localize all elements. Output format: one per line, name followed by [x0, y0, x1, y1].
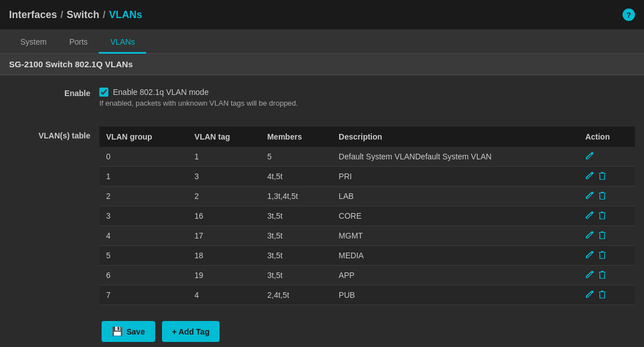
breadcrumb-sep1: / [60, 9, 63, 21]
vlan-table-wrap: VLAN group VLAN tag Members Description … [99, 127, 635, 305]
breadcrumb-interfaces[interactable]: Interfaces [9, 9, 57, 21]
help-icon[interactable]: ? [623, 8, 635, 21]
cell-1-row-5: 18 [188, 246, 261, 266]
delete-icon[interactable] [598, 251, 607, 260]
table-row: 4173t,5tMGMT [99, 226, 635, 246]
cell-2-row-7: 2,4t,5t [260, 285, 332, 305]
edit-icon[interactable] [585, 192, 594, 201]
section-header: SG-2100 Switch 802.1Q VLANs [0, 54, 644, 75]
edit-icon[interactable] [585, 271, 594, 280]
cell-3-row-0: Default System VLANDefault System VLAN [332, 147, 579, 167]
add-tag-button[interactable]: + Add Tag [162, 321, 220, 342]
delete-icon[interactable] [598, 231, 607, 240]
action-icons [585, 192, 628, 201]
delete-icon[interactable] [598, 211, 607, 220]
cell-3-row-5: MEDIA [332, 246, 579, 266]
table-row: 134t,5tPRI [99, 167, 635, 186]
main-content: SG-2100 Switch 802.1Q VLANs Enable Enabl… [0, 54, 644, 347]
cell-3-row-6: APP [332, 266, 579, 285]
action-icons [585, 172, 628, 181]
enable-label: Enable [9, 88, 99, 98]
vlan-table-label: VLAN(s) table [9, 127, 99, 140]
save-button[interactable]: 💾 Save [102, 321, 155, 342]
edit-icon[interactable] [585, 152, 594, 161]
checkbox-label: Enable 802.1q VLAN mode [113, 88, 209, 97]
vlan-table: VLAN group VLAN tag Members Description … [99, 127, 635, 305]
table-row: 6193t,5tAPP [99, 266, 635, 285]
cell-3-row-4: MGMT [332, 226, 579, 246]
col-members: Members [260, 127, 332, 147]
tab-ports[interactable]: Ports [58, 29, 99, 54]
cell-0-row-5: 5 [99, 246, 188, 266]
action-cell-row-5 [579, 246, 635, 266]
tab-system[interactable]: System [9, 29, 58, 54]
cell-0-row-6: 6 [99, 266, 188, 285]
col-vlan-group: VLAN group [99, 127, 188, 147]
add-tag-label: + Add Tag [172, 327, 210, 336]
cell-1-row-0: 1 [188, 147, 261, 167]
enable-control: Enable 802.1q VLAN mode If enabled, pack… [99, 88, 635, 107]
bottom-buttons: 💾 Save + Add Tag [0, 312, 644, 347]
action-cell-row-6 [579, 266, 635, 285]
cell-0-row-1: 1 [99, 167, 188, 186]
action-icons [585, 152, 628, 161]
cell-2-row-4: 3t,5t [260, 226, 332, 246]
cell-1-row-7: 4 [188, 285, 261, 305]
cell-3-row-1: PRI [332, 167, 579, 186]
edit-icon[interactable] [585, 231, 594, 240]
delete-icon[interactable] [598, 172, 607, 181]
enable-section: Enable Enable 802.1q VLAN mode If enable… [0, 75, 644, 120]
breadcrumb-vlans: VLANs [109, 9, 142, 21]
cell-3-row-7: PUB [332, 285, 579, 305]
edit-icon[interactable] [585, 251, 594, 260]
action-icons [585, 211, 628, 220]
cell-1-row-4: 17 [188, 226, 261, 246]
table-row: 742,4t,5tPUB [99, 285, 635, 305]
table-row: 221,3t,4t,5tLAB [99, 186, 635, 206]
cell-2-row-5: 3t,5t [260, 246, 332, 266]
top-bar: Interfaces / Switch / VLANs ? [0, 0, 644, 29]
action-cell-row-4 [579, 226, 635, 246]
cell-2-row-1: 4t,5t [260, 167, 332, 186]
table-row: 015Default System VLANDefault System VLA… [99, 147, 635, 167]
action-cell-row-2 [579, 186, 635, 206]
breadcrumb-sep2: / [103, 9, 106, 21]
col-action: Action [579, 127, 635, 147]
cell-2-row-0: 5 [260, 147, 332, 167]
tabs-bar: System Ports VLANs [0, 29, 644, 54]
edit-icon[interactable] [585, 211, 594, 220]
enable-hint: If enabled, packets with unknown VLAN ta… [99, 99, 635, 107]
cell-2-row-3: 3t,5t [260, 206, 332, 226]
action-cell-row-3 [579, 206, 635, 226]
cell-1-row-1: 3 [188, 167, 261, 186]
breadcrumb: Interfaces / Switch / VLANs [9, 9, 142, 21]
save-label: Save [126, 327, 145, 336]
breadcrumb-switch[interactable]: Switch [67, 9, 99, 21]
action-icons [585, 231, 628, 240]
cell-3-row-2: LAB [332, 186, 579, 206]
cell-2-row-2: 1,3t,4t,5t [260, 186, 332, 206]
table-row: 5183t,5tMEDIA [99, 246, 635, 266]
tab-vlans[interactable]: VLANs [99, 29, 146, 54]
table-row: 3163t,5tCORE [99, 206, 635, 226]
action-icons [585, 271, 628, 280]
enable-checkbox[interactable] [99, 88, 108, 97]
delete-icon[interactable] [598, 290, 607, 300]
delete-icon[interactable] [598, 271, 607, 280]
table-header-row: VLAN group VLAN tag Members Description … [99, 127, 635, 147]
cell-2-row-6: 3t,5t [260, 266, 332, 285]
save-icon: 💾 [112, 326, 123, 337]
cell-0-row-7: 7 [99, 285, 188, 305]
col-vlan-tag: VLAN tag [188, 127, 261, 147]
action-cell-row-1 [579, 167, 635, 186]
cell-1-row-6: 19 [188, 266, 261, 285]
cell-1-row-2: 2 [188, 186, 261, 206]
checkbox-row: Enable 802.1q VLAN mode [99, 88, 635, 97]
col-description: Description [332, 127, 579, 147]
cell-0-row-0: 0 [99, 147, 188, 167]
enable-row: Enable Enable 802.1q VLAN mode If enable… [0, 84, 644, 111]
edit-icon[interactable] [585, 290, 594, 300]
edit-icon[interactable] [585, 172, 594, 181]
delete-icon[interactable] [598, 192, 607, 201]
action-icons [585, 251, 628, 260]
